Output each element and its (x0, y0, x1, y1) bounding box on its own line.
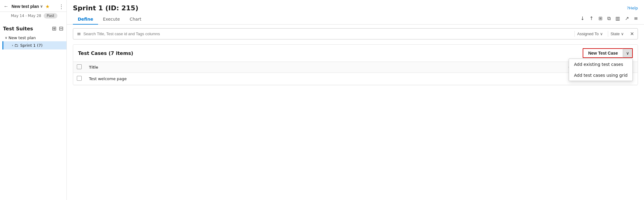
suite-tree: ∨ New test plan › 🗀 Sprint 1 (7) (0, 34, 66, 49)
search-bar: ≡ Assigned To ∨ State ∨ ✕ (73, 28, 638, 39)
add-suite-button[interactable]: ⊞ (52, 25, 56, 32)
plan-name-chevron: ∨ (40, 4, 43, 8)
date-range-text: May 14 - May 28 (11, 14, 41, 18)
child-chevron-icon: › (12, 43, 13, 47)
test-cases-section: Test Cases (7 items) New Test Case ∨ Add… (73, 44, 638, 85)
row-checkbox[interactable] (77, 76, 82, 81)
search-close-button[interactable]: ✕ (630, 31, 634, 37)
tab-define[interactable]: Define (73, 14, 98, 25)
state-label: State (611, 32, 620, 36)
test-cases-title: Test Cases (7 items) (78, 50, 133, 56)
toolbar-upload-icon[interactable]: ↑ (589, 15, 593, 21)
assigned-to-label: Assigned To (577, 32, 599, 36)
new-test-case-group: New Test Case ∨ Add existing test cases … (583, 48, 633, 58)
toolbar-grid-icon[interactable]: ⊞ (598, 15, 602, 21)
col-header-title: Title (85, 62, 565, 73)
root-item-label: New test plan (9, 36, 36, 40)
tab-execute[interactable]: Execute (98, 14, 125, 25)
more-options-icon[interactable]: ⋮ (59, 3, 64, 10)
col-header-check (73, 62, 85, 73)
tree-root-item[interactable]: ∨ New test plan (2, 34, 66, 41)
page-title: Sprint 1 (ID: 215) (73, 4, 138, 12)
assigned-to-filter-button[interactable]: Assigned To ∨ (574, 31, 605, 37)
test-suites-title: Test Suites (3, 26, 33, 32)
test-suites-header: Test Suites ⊞ ⊟ (0, 22, 66, 34)
search-input[interactable] (83, 32, 572, 36)
new-test-case-dropdown: Add existing test cases Add test cases u… (569, 59, 633, 81)
remove-suite-button[interactable]: ⊟ (59, 25, 63, 32)
plan-name-button[interactable]: New test plan ∨ (12, 4, 43, 9)
sidebar: ← New test plan ∨ ★ ⋮ May 14 - May 28 Pa… (0, 0, 67, 200)
toolbar-download-icon[interactable]: ↓ (581, 15, 584, 21)
select-all-checkbox[interactable] (77, 64, 82, 69)
state-chevron: ∨ (621, 32, 624, 36)
suite-actions: ⊞ ⊟ (52, 25, 63, 32)
toolbar-split-icon[interactable]: ⧉ (607, 15, 611, 21)
root-chevron-icon: ∨ (5, 36, 7, 40)
help-link[interactable]: ?Help (627, 6, 638, 10)
search-filter-icon: ≡ (77, 31, 81, 37)
add-existing-test-cases-item[interactable]: Add existing test cases (569, 59, 632, 70)
date-range: May 14 - May 28 Past (0, 12, 66, 22)
new-test-case-chevron-button[interactable]: ∨ (623, 48, 633, 58)
past-badge: Past (44, 13, 57, 19)
child-item-label: Sprint 1 (7) (20, 43, 43, 48)
new-test-case-button[interactable]: New Test Case (583, 48, 623, 58)
table-row: Test welcome page 3 127 Assi (73, 73, 638, 85)
tab-toolbar: ↓ ↑ ⊞ ⧉ ▥ ↗ ≡ (581, 15, 638, 23)
state-filter-button[interactable]: State ∨ (608, 31, 626, 37)
toolbar-filter-icon[interactable]: ≡ (634, 15, 638, 21)
add-test-cases-using-grid-item[interactable]: Add test cases using grid (569, 70, 632, 81)
test-cases-table: Title Order Test State Test welcome page… (73, 62, 638, 85)
row-title-cell[interactable]: Test welcome page (85, 73, 565, 85)
plan-name-label: New test plan (12, 4, 39, 9)
sidebar-header: ← New test plan ∨ ★ ⋮ (0, 0, 66, 12)
assigned-to-chevron: ∨ (600, 32, 603, 36)
back-button[interactable]: ← (2, 3, 10, 10)
folder-icon: 🗀 (14, 43, 18, 48)
top-bar: Sprint 1 (ID: 215) ?Help (67, 0, 644, 12)
main-content: Sprint 1 (ID: 215) ?Help Define Execute … (67, 0, 644, 200)
toolbar-expand-icon[interactable]: ↗ (625, 15, 629, 21)
favorite-icon[interactable]: ★ (45, 4, 49, 9)
tab-chart[interactable]: Chart (125, 14, 146, 25)
toolbar-columns-icon[interactable]: ▥ (615, 15, 620, 21)
tabs-bar: Define Execute Chart ↓ ↑ ⊞ ⧉ ▥ ↗ ≡ (67, 12, 644, 25)
tree-child-item[interactable]: › 🗀 Sprint 1 (7) (2, 41, 66, 49)
row-checkbox-cell (73, 73, 85, 85)
test-cases-header: Test Cases (7 items) New Test Case ∨ Add… (73, 45, 638, 62)
